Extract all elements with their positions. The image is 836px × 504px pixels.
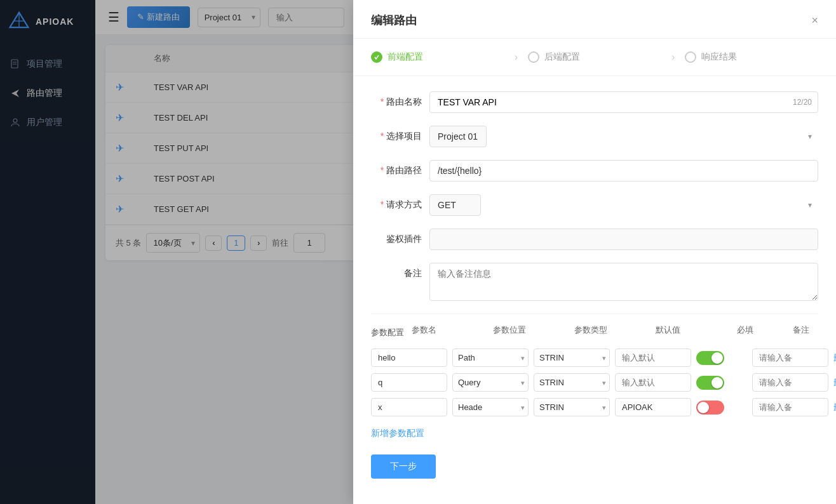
- param-required-toggle-1[interactable]: [696, 376, 724, 390]
- step-arrow-2: ›: [671, 51, 675, 63]
- param-delete-1[interactable]: 删除: [833, 377, 836, 388]
- modal-steps: 前端配置 › 后端配置 › 响应结果: [353, 39, 836, 76]
- ph-position: 参数位置: [493, 324, 569, 336]
- char-count: 12/20: [793, 98, 812, 107]
- form-row-route-name: 路由名称 12/20: [371, 91, 818, 113]
- add-param-link[interactable]: 新增参数配置: [371, 428, 424, 439]
- param-delete-2[interactable]: 删除: [833, 402, 836, 413]
- project-label: 选择项目: [371, 126, 422, 142]
- params-section-header: 参数配置 参数名 参数位置 参数类型 默认值 必填 备注: [371, 324, 818, 341]
- method-select[interactable]: GET POST PUT DELETE: [429, 194, 481, 216]
- modal-header: 编辑路由 ×: [353, 0, 836, 39]
- auth-label: 鉴权插件: [371, 229, 422, 245]
- param-type-2[interactable]: STRIN INT BOOL: [534, 398, 610, 416]
- param-position-1[interactable]: Query Path Header Body: [452, 373, 529, 392]
- route-name-label: 路由名称: [371, 91, 422, 108]
- form-row-method: 请求方式 GET POST PUT DELETE: [371, 194, 818, 216]
- param-required-toggle-0[interactable]: [696, 351, 724, 365]
- modal-close-button[interactable]: ×: [811, 15, 818, 26]
- params-config-label: 参数配置: [371, 327, 404, 338]
- toggle-knob-2: [698, 402, 709, 413]
- param-position-2[interactable]: Heade Path Query Body: [452, 398, 529, 416]
- step-backend: 后端配置: [528, 51, 661, 63]
- ph-required: 必填: [737, 324, 788, 336]
- step-circle-response: [685, 51, 696, 63]
- param-type-wrapper-2: STRIN INT BOOL: [534, 398, 610, 416]
- route-name-input[interactable]: [429, 91, 818, 113]
- form-row-route-path: 路由路径: [371, 160, 818, 182]
- param-delete-0[interactable]: 删除: [833, 352, 836, 364]
- param-notes-0[interactable]: [752, 348, 828, 367]
- param-name-2[interactable]: [371, 398, 447, 416]
- route-path-input[interactable]: [429, 160, 818, 182]
- step-frontend: 前端配置: [371, 51, 504, 63]
- param-type-0[interactable]: STRIN INT BOOL: [534, 348, 610, 367]
- toggle-knob-1: [711, 377, 723, 388]
- param-row-1: Query Path Header Body STRIN INT BOOL: [371, 373, 818, 392]
- param-notes-2[interactable]: [752, 398, 828, 416]
- param-row-2: Heade Path Query Body STRIN INT BOOL: [371, 398, 818, 416]
- param-name-1[interactable]: [371, 373, 447, 392]
- ph-default: 默认值: [656, 324, 732, 336]
- next-step-button[interactable]: 下一步: [371, 454, 436, 479]
- param-type-wrapper-1: STRIN INT BOOL: [534, 373, 610, 392]
- param-row-0: Path Query Header Body STRIN INT BOOL: [371, 348, 818, 367]
- modal-overlay: 编辑路由 × 前端配置 › 后端配置 › 响应结果: [0, 0, 836, 504]
- ph-notes: 备注: [793, 324, 836, 336]
- param-position-wrapper-1: Query Path Header Body: [452, 373, 529, 392]
- form-row-notes: 备注: [371, 263, 818, 301]
- route-name-field-wrapper: 12/20: [429, 91, 818, 113]
- param-required-toggle-2[interactable]: [696, 401, 724, 414]
- auth-input[interactable]: [429, 229, 818, 250]
- param-position-0[interactable]: Path Query Header Body: [452, 348, 529, 367]
- param-position-wrapper-0: Path Query Header Body: [452, 348, 529, 367]
- modal-panel: 编辑路由 × 前端配置 › 后端配置 › 响应结果: [353, 0, 836, 504]
- form-row-auth: 鉴权插件: [371, 229, 818, 250]
- modal-title: 编辑路由: [371, 13, 417, 28]
- ph-name: 参数名: [412, 324, 488, 336]
- step-arrow-1: ›: [515, 51, 518, 63]
- step-circle-backend: [528, 51, 539, 63]
- param-default-2[interactable]: [615, 398, 691, 416]
- params-table-header: 参数名 参数位置 参数类型 默认值 必填 备注: [412, 324, 836, 341]
- method-label: 请求方式: [371, 194, 422, 211]
- param-type-wrapper-0: STRIN INT BOOL: [534, 348, 610, 367]
- project-select-form-wrapper: Project 01: [429, 126, 818, 147]
- method-select-wrapper: GET POST PUT DELETE: [429, 194, 818, 216]
- project-select-form[interactable]: Project 01: [429, 126, 487, 147]
- param-position-wrapper-2: Heade Path Query Body: [452, 398, 529, 416]
- modal-body: 路由名称 12/20 选择项目 Project 01 路由路径: [353, 76, 836, 504]
- checkmark-icon: [374, 54, 380, 60]
- section-divider: [371, 314, 818, 314]
- step-label-backend: 后端配置: [544, 51, 580, 63]
- toggle-knob-0: [711, 352, 723, 364]
- param-notes-1[interactable]: [752, 373, 828, 392]
- param-default-1[interactable]: [615, 373, 691, 392]
- step-label-response: 响应结果: [701, 51, 737, 63]
- form-row-project: 选择项目 Project 01: [371, 126, 818, 147]
- param-default-0[interactable]: [615, 348, 691, 367]
- param-type-1[interactable]: STRIN INT BOOL: [534, 373, 610, 392]
- notes-textarea[interactable]: [429, 263, 818, 301]
- route-path-label: 路由路径: [371, 160, 422, 176]
- ph-type: 参数类型: [574, 324, 651, 336]
- step-circle-frontend: [371, 51, 382, 63]
- step-label-frontend: 前端配置: [388, 51, 423, 63]
- step-response: 响应结果: [685, 51, 818, 63]
- param-name-0[interactable]: [371, 348, 447, 367]
- notes-label: 备注: [371, 263, 422, 279]
